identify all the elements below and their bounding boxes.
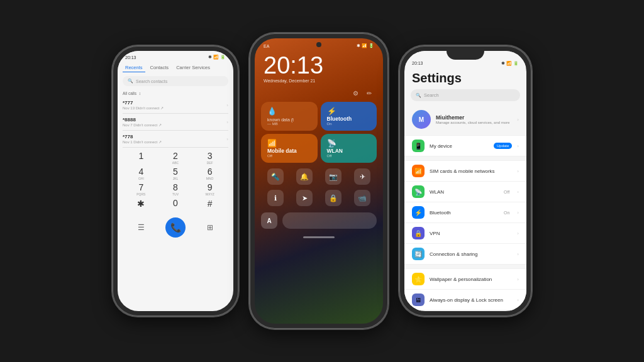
connection-icon: 🔄	[412, 248, 425, 260]
home-bar	[303, 236, 335, 238]
settings-search-bar[interactable]: 🔍 Search	[411, 89, 520, 101]
settings-item-always-on[interactable]: 🖥 Always-on display & Lock screen ›	[404, 290, 526, 310]
bluetooth-tile-title: Bluetooth	[327, 116, 371, 122]
bluetooth-status-icon: ✱	[208, 55, 212, 60]
mobile-data-icon: 📶	[267, 139, 277, 148]
settings-item-wlan[interactable]: 📡 WLAN Off ›	[404, 182, 526, 202]
dialer-screen: 20:13 ✱ 📶 🔋 Recents Contacts Carrier Ser…	[118, 51, 233, 311]
phone-dialer: 20:13 ✱ 📶 🔋 Recents Contacts Carrier Ser…	[113, 46, 238, 316]
camera-icon[interactable]: 📷	[325, 168, 341, 185]
lock-swipe-bar[interactable]	[282, 212, 377, 229]
edit-quick-icon[interactable]: ✏	[364, 88, 374, 98]
dialer-search-bar[interactable]: 🔍 Search contacts	[123, 76, 228, 86]
my-device-arrow: ›	[517, 143, 519, 149]
notification-icon[interactable]: 🔔	[296, 168, 313, 185]
call-number-2: *778	[123, 134, 162, 140]
call-number-0: *777	[123, 100, 164, 106]
always-on-label: Always-on display & Lock screen	[430, 297, 512, 303]
settings-item-connection[interactable]: 🔄 Connection & sharing ›	[404, 244, 526, 265]
tab-carrier-services[interactable]: Carrier Services	[174, 63, 213, 72]
settings-item-wallpaper[interactable]: ⭐ Wallpaper & personalization ›	[404, 268, 526, 290]
settings-item-sim[interactable]: 📶 SIM cards & mobile networks ›	[404, 160, 526, 182]
bluetooth-tile[interactable]: ⚡ Bluetooth On	[321, 102, 377, 131]
video-icon[interactable]: 📹	[354, 190, 370, 206]
bluetooth-settings-label: Bluetooth	[430, 210, 499, 216]
dialer-search-placeholder: Search contacts	[136, 79, 167, 84]
mobile-data-status: Off	[267, 154, 311, 158]
mobile-data-tile[interactable]: 📶 Mobile data Off	[261, 134, 318, 163]
vpn-label: VPN	[430, 231, 512, 236]
phone-settings: 20:13 ✱ 📶 🔋 Settings 🔍 Search M Miuithem…	[399, 46, 531, 316]
settings-quick-icon[interactable]: ⚙	[350, 88, 360, 98]
call-item-0[interactable]: *777 Nov 13 Didn't connect ↗ ›	[123, 97, 228, 114]
key-3[interactable]: 3DEF	[201, 151, 219, 165]
airplane-icon[interactable]: ✈	[354, 168, 370, 185]
call-item-1[interactable]: *8888 Nov 7 Didn't connect ↗ ›	[123, 114, 228, 131]
phone-lockscreen: EA ✱ 📶 🔋 20:13 Wednesday, December 21 ⚙ …	[250, 33, 388, 329]
call-arrow-0: ›	[226, 102, 228, 108]
battery-status-icon: 🔋	[220, 55, 226, 60]
wallpaper-label: Wallpaper & personalization	[430, 277, 512, 282]
settings-my-device[interactable]: 📱 My device Update ›	[404, 135, 526, 156]
vpn-icon: 🔒	[412, 227, 425, 239]
key-4[interactable]: 4GHI	[131, 167, 150, 180]
settings-notch	[447, 51, 484, 60]
lock-date: Wednesday, December 21	[255, 77, 383, 88]
call-arrow-2: ›	[226, 136, 228, 142]
call-item-2[interactable]: *778 Nov 1 Didn't connect ↗ ›	[123, 131, 228, 148]
dialpad-icon[interactable]: ⊞	[207, 223, 213, 232]
settings-item-vpn[interactable]: 🔒 VPN ›	[404, 223, 526, 244]
call-button[interactable]: 📞	[165, 217, 186, 238]
settings-network-section: 📶 SIM cards & mobile networks › 📡 WLAN O…	[404, 160, 526, 265]
key-2[interactable]: 2ABC	[166, 151, 185, 165]
dialer-bottom-bar: ☰ 📞 ⊞	[118, 214, 233, 243]
keypad: 1 2ABC 3DEF 4GHI 5JKL 6MNO 7PQRS 8TUV 9W…	[118, 148, 233, 214]
dialer-status-icons: ✱ 📶 🔋	[208, 55, 226, 60]
key-6[interactable]: 6MNO	[201, 167, 219, 180]
settings-search-placeholder: Search	[424, 92, 439, 98]
my-device-icon: 📱	[412, 140, 425, 152]
sort-icon[interactable]: ↕	[139, 91, 141, 96]
tab-recents[interactable]: Recents	[123, 63, 145, 72]
lock-bottom-a-btn[interactable]: A	[261, 212, 277, 229]
key-5[interactable]: 5JKL	[166, 167, 185, 180]
key-8[interactable]: 8TUV	[166, 183, 185, 196]
sim-icon: 📶	[412, 165, 425, 177]
settings-page-title: Settings	[404, 67, 526, 89]
connection-label: Connection & sharing	[430, 251, 512, 257]
dialer-time: 20:13	[125, 55, 136, 60]
key-hash[interactable]: #	[201, 199, 219, 209]
key-0[interactable]: 0	[166, 199, 185, 209]
wlan-tile[interactable]: 📡 WLAN Off	[321, 134, 377, 163]
tab-contacts[interactable]: Contacts	[148, 63, 172, 72]
info-icon[interactable]: ℹ	[267, 190, 284, 206]
flashlight-icon[interactable]: 🔦	[267, 168, 284, 185]
key-star[interactable]: ✱	[131, 199, 150, 209]
call-detail-0: Nov 13 Didn't connect ↗	[123, 106, 164, 110]
location-icon[interactable]: ➤	[296, 190, 313, 206]
menu-icon[interactable]: ☰	[138, 223, 145, 232]
data-tile[interactable]: 💧 known data (t — MB	[261, 102, 318, 131]
settings-item-bluetooth[interactable]: ⚡ Bluetooth On ›	[404, 202, 526, 223]
icon-row-1: 🔦 🔔 📷 ✈	[255, 166, 383, 187]
profile-name: Miuithemer	[436, 114, 512, 121]
key-1[interactable]: 1	[131, 151, 150, 165]
profile-subtitle: Manage accounts, cloud services, and mor…	[436, 121, 512, 124]
update-badge: Update	[494, 143, 512, 149]
all-calls-label: All calls ↕	[118, 89, 233, 97]
wlan-settings-label: WLAN	[430, 189, 499, 195]
data-tile-icon: 💧	[267, 107, 277, 116]
my-device-label: My device	[430, 143, 489, 149]
lock-bt-icon: ✱	[357, 43, 360, 48]
call-detail-1: Nov 7 Didn't connect ↗	[123, 123, 162, 127]
call-arrow-1: ›	[226, 119, 228, 125]
wlan-value: Off	[504, 190, 509, 194]
settings-profile[interactable]: M Miuithemer Manage accounts, cloud serv…	[404, 106, 526, 133]
lock-time: 20:13	[255, 51, 383, 77]
key-7[interactable]: 7PQRS	[131, 183, 150, 196]
key-9[interactable]: 9WXYZ	[201, 183, 219, 196]
lock-icon[interactable]: 🔒	[325, 190, 341, 206]
wlan-tile-status: Off	[327, 154, 371, 158]
settings-screen: 20:13 ✱ 📶 🔋 Settings 🔍 Search M Miuithem…	[404, 51, 526, 311]
settings-search-icon: 🔍	[416, 93, 421, 98]
